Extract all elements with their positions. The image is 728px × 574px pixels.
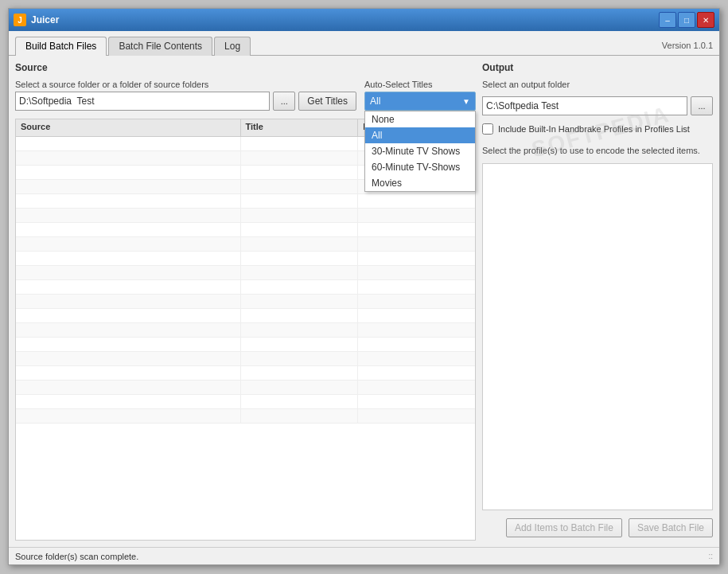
table-row bbox=[16, 266, 475, 280]
table-row bbox=[16, 352, 475, 366]
auto-select-dropdown[interactable]: All ▼ bbox=[364, 92, 476, 111]
table-row bbox=[16, 252, 475, 266]
include-profiles-label: Include Built-In Handbrake Profiles in P… bbox=[498, 124, 690, 134]
table-row bbox=[16, 309, 475, 323]
window-title: Juicer bbox=[31, 14, 59, 25]
output-title: Output bbox=[482, 62, 713, 73]
table-row bbox=[16, 280, 475, 295]
left-panel: Source Select a source folder or a folde… bbox=[15, 62, 476, 541]
output-folder-label: Select an output folder bbox=[482, 80, 713, 89]
dropdown-option-all[interactable]: All bbox=[365, 127, 475, 143]
output-browse-button[interactable]: ... bbox=[691, 96, 713, 115]
status-text: Source folder(s) scan complete. bbox=[15, 552, 138, 561]
table-body bbox=[16, 137, 475, 540]
dropdown-option-60min[interactable]: 60-Minute TV-Shows bbox=[365, 159, 475, 175]
app-icon: J bbox=[14, 14, 26, 26]
tabs-bar: Build Batch Files Batch File Contents Lo… bbox=[9, 31, 719, 56]
source-title: Source bbox=[15, 62, 476, 73]
save-batch-button[interactable]: Save Batch File bbox=[629, 518, 713, 537]
table-row bbox=[16, 395, 475, 409]
table-row bbox=[16, 194, 475, 209]
dropdown-option-none[interactable]: None bbox=[365, 111, 475, 127]
profiles-description: Select the profile(s) to use to encode t… bbox=[482, 146, 713, 155]
table-row bbox=[16, 209, 475, 223]
auto-select-dropdown-container: All ▼ None All 30-Minute TV Shows 60-Min… bbox=[364, 92, 476, 111]
folder-label: Select a source folder or a folder of so… bbox=[15, 80, 356, 89]
right-panel: Output Select an output folder ... Inclu… bbox=[482, 62, 713, 541]
tab-batch-file-contents[interactable]: Batch File Contents bbox=[108, 37, 212, 56]
table-row bbox=[16, 338, 475, 352]
col-header-title: Title bbox=[241, 119, 359, 136]
close-button[interactable]: ✕ bbox=[697, 12, 714, 28]
add-items-button[interactable]: Add Items to Batch File bbox=[506, 518, 622, 537]
version-label: Version 1.0.1 bbox=[662, 41, 713, 55]
table-row bbox=[16, 223, 475, 237]
tab-build-batch[interactable]: Build Batch Files bbox=[15, 37, 107, 56]
status-bar: Source folder(s) scan complete. :: bbox=[9, 547, 719, 564]
output-folder-input[interactable] bbox=[482, 96, 687, 115]
include-profiles-checkbox[interactable] bbox=[482, 123, 493, 135]
table-row bbox=[16, 381, 475, 395]
table-row bbox=[16, 295, 475, 309]
auto-select-label: Auto-Select Titles bbox=[364, 80, 476, 89]
source-browse-button[interactable]: ... bbox=[273, 92, 295, 111]
tab-log[interactable]: Log bbox=[214, 37, 251, 56]
status-right: :: bbox=[708, 552, 713, 560]
table-row bbox=[16, 237, 475, 252]
col-header-source: Source bbox=[16, 119, 241, 136]
dropdown-selected-value: All bbox=[370, 96, 380, 107]
minimize-button[interactable]: – bbox=[659, 12, 676, 28]
source-folder-input[interactable] bbox=[15, 92, 270, 111]
dropdown-list: None All 30-Minute TV Shows 60-Minute TV… bbox=[364, 111, 476, 192]
table-row bbox=[16, 409, 475, 424]
title-bar: J Juicer – □ ✕ bbox=[9, 9, 719, 31]
dropdown-option-movies[interactable]: Movies bbox=[365, 175, 475, 191]
table-row bbox=[16, 366, 475, 381]
get-titles-button[interactable]: Get Titles bbox=[298, 92, 356, 111]
table-row bbox=[16, 323, 475, 338]
maximize-button[interactable]: □ bbox=[678, 12, 695, 28]
profiles-list bbox=[482, 163, 713, 510]
dropdown-option-30min[interactable]: 30-Minute TV Shows bbox=[365, 143, 475, 159]
chevron-down-icon: ▼ bbox=[462, 97, 470, 106]
